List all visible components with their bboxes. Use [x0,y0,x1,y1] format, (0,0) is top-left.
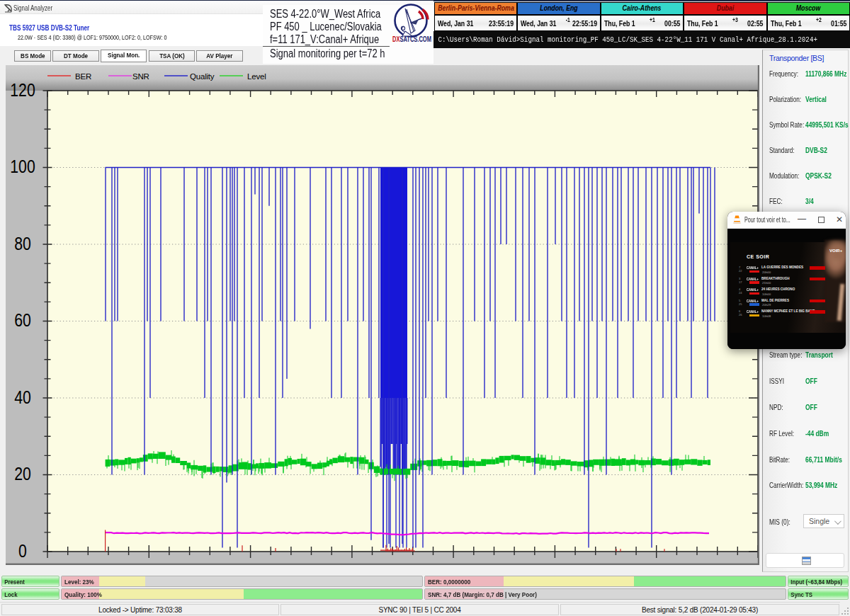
svg-text:0: 0 [18,541,27,561]
svg-text:120: 120 [10,80,35,100]
svg-text:Level: Level [247,72,266,81]
svg-text:SNR: SNR [132,72,149,81]
svg-text:40: 40 [14,387,31,407]
svg-text:20: 20 [14,464,31,484]
svg-text:BER: BER [75,72,91,81]
svg-text:100: 100 [10,157,35,177]
svg-text:DXSATCS.COM: DXSATCS.COM [392,35,431,43]
svg-text:Quality: Quality [190,72,215,81]
svg-text:80: 80 [14,234,31,253]
svg-text:60: 60 [14,311,31,331]
